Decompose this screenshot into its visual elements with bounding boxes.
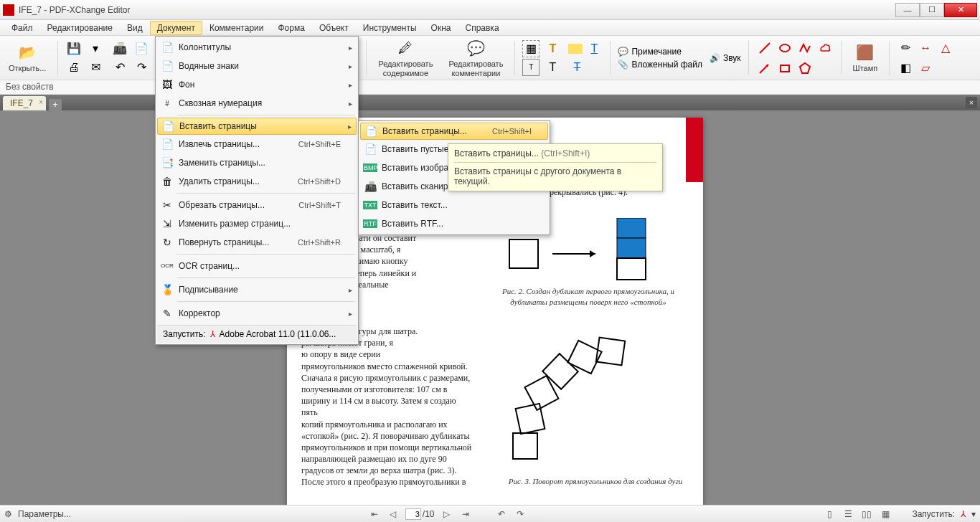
chevron-right-icon: ▸ xyxy=(348,123,352,130)
submenu-insert-pages[interactable]: 📄Вставить страницы...Ctrl+Shift+I xyxy=(360,123,548,140)
acrobat-icon[interactable]: ⅄ xyxy=(961,509,966,519)
mail-button[interactable]: ✉ xyxy=(87,59,104,76)
print-button[interactable]: 🖨 xyxy=(65,59,83,76)
eraser-icon[interactable]: ◧ xyxy=(897,60,914,77)
underline-icon[interactable]: T xyxy=(585,40,603,57)
window-title: IFE_7 - PDF-XChange Editor xyxy=(19,5,130,15)
scanner-icon: 📠 xyxy=(363,181,377,192)
submenu-insert-rtf[interactable]: RTFВставить RTF... xyxy=(360,214,548,233)
edit-comments-button[interactable]: 💬 Редактировать комментарии xyxy=(444,37,507,78)
view-facing-icon[interactable]: ▯▯ xyxy=(860,508,873,521)
arrow-shape-icon[interactable] xyxy=(756,60,773,77)
polygon-shape-icon[interactable] xyxy=(796,60,814,77)
measure-perim-icon[interactable]: △ xyxy=(937,39,954,57)
menu-help[interactable]: Справка xyxy=(458,21,506,35)
launch-acrobat[interactable]: Adobe Acrobat 11.0 (11.0.06... xyxy=(220,329,336,339)
note-button[interactable]: 💬 Примечание xyxy=(618,47,702,57)
doc-button[interactable]: 📄 xyxy=(133,40,150,57)
menu-comments[interactable]: Комментарии xyxy=(202,21,271,35)
open-button[interactable]: 📂 Открыть... xyxy=(4,41,50,74)
sound-button[interactable]: 🔊 Звук xyxy=(710,53,741,63)
page-icon: 📄 xyxy=(160,60,174,72)
nav-fwd-button[interactable]: ↷ xyxy=(514,508,527,521)
view-facing-cont-icon[interactable]: ▦ xyxy=(879,508,892,521)
text-tool-icon[interactable]: T xyxy=(544,59,561,76)
new-tab-button[interactable]: + xyxy=(49,99,62,110)
svg-rect-11 xyxy=(617,258,646,280)
polyline-shape-icon[interactable] xyxy=(796,39,814,57)
menu-insert-pages[interactable]: 📄Вставить страницы▸ xyxy=(157,118,357,135)
redo-button[interactable]: ↷ xyxy=(133,59,150,76)
menu-file[interactable]: Файл xyxy=(4,21,40,35)
highlight-icon[interactable] xyxy=(568,44,583,54)
options-button[interactable]: Параметры... xyxy=(18,509,71,519)
chevron-right-icon: ▸ xyxy=(349,62,352,70)
menu-delete-pages[interactable]: 🗑Удалить страницы...Ctrl+Shift+D xyxy=(157,172,357,191)
circle-shape-icon[interactable] xyxy=(776,39,793,57)
strike-icon[interactable]: T xyxy=(568,59,585,76)
chevron-right-icon: ▸ xyxy=(349,100,352,108)
close-button[interactable]: ✕ xyxy=(944,3,977,17)
attach-button[interactable]: 📎 Вложенный файл xyxy=(618,60,702,70)
scan-button[interactable]: 📠 xyxy=(111,40,128,57)
document-tab[interactable]: IFE_7 × xyxy=(3,96,46,110)
menu-rotate-pages[interactable]: ↻Повернуть страницы...Ctrl+Shift+R xyxy=(157,233,357,252)
svg-line-0 xyxy=(760,43,770,53)
menu-extract-pages[interactable]: 📄Извлечь страницы...Ctrl+Shift+E xyxy=(157,135,357,153)
rect-shape-icon[interactable] xyxy=(776,60,793,77)
line-shape-icon[interactable] xyxy=(756,39,773,57)
menu-ocr-pages[interactable]: OCROCR страниц... xyxy=(157,257,357,275)
first-page-button[interactable]: ⇤ xyxy=(368,508,381,521)
pencil-icon[interactable]: ✏ xyxy=(897,39,914,57)
svg-rect-15 xyxy=(542,353,578,389)
measure-line-icon[interactable]: ↔ xyxy=(917,39,934,57)
menu-tools[interactable]: Инструменты xyxy=(356,21,424,35)
close-all-tabs-icon[interactable]: × xyxy=(966,97,977,108)
resize-icon: ⇲ xyxy=(160,218,174,229)
view-continuous-icon[interactable]: ☰ xyxy=(842,508,854,521)
prev-page-button[interactable]: ◁ xyxy=(387,508,400,521)
menu-document[interactable]: Документ xyxy=(150,21,202,35)
submenu-insert-text[interactable]: TXTВставить текст... xyxy=(360,196,548,214)
edit-comments-icon: 💬 xyxy=(466,38,486,58)
save-dropdown-icon[interactable]: ▾ xyxy=(87,40,104,57)
svg-rect-4 xyxy=(781,65,789,72)
menu-edit[interactable]: Редактирование xyxy=(40,21,120,35)
gear-icon[interactable]: ⚙ xyxy=(4,509,12,519)
text-box-icon[interactable]: T xyxy=(522,59,540,76)
tab-close-icon[interactable]: × xyxy=(39,98,43,106)
next-page-button[interactable]: ▷ xyxy=(440,508,453,521)
page-input[interactable] xyxy=(405,508,421,520)
edit-content-icon: 🖉 xyxy=(395,38,415,58)
image-icon: 🖼 xyxy=(160,79,174,90)
menu-watermarks[interactable]: 📄Водяные знаки▸ xyxy=(157,57,357,75)
menu-resize-pages[interactable]: ⇲Изменить размер страниц... xyxy=(157,214,357,233)
text-tool-t-icon[interactable]: T xyxy=(544,40,561,57)
maximize-button[interactable]: ☐ xyxy=(920,3,944,17)
svg-point-1 xyxy=(780,44,790,52)
menu-headers-footers[interactable]: 📄Колонтитулы▸ xyxy=(157,38,357,57)
menu-windows[interactable]: Окна xyxy=(424,21,458,35)
last-page-button[interactable]: ⇥ xyxy=(459,508,472,521)
menu-bates-numbering[interactable]: #Сквозная нумерация▸ xyxy=(157,94,357,113)
save-button[interactable]: 💾 xyxy=(65,40,83,57)
minimize-button[interactable]: — xyxy=(895,3,920,17)
measure-area-icon[interactable]: ▱ xyxy=(917,60,934,77)
menu-background[interactable]: 🖼Фон▸ xyxy=(157,75,357,94)
stamp-button[interactable]: 🟫 Штамп xyxy=(849,41,882,74)
menu-object[interactable]: Объект xyxy=(312,21,356,35)
menu-form[interactable]: Форма xyxy=(270,21,311,35)
menu-crop-pages[interactable]: ✂Обрезать страницы...Ctrl+Shift+T xyxy=(157,196,357,214)
edit-content-button[interactable]: 🖉 Редактировать содержимое xyxy=(374,37,437,78)
cloud-shape-icon[interactable] xyxy=(816,39,834,57)
menu-view[interactable]: Вид xyxy=(120,21,150,35)
menu-signing[interactable]: 🏅Подписывание▸ xyxy=(157,280,357,299)
select-text-icon[interactable]: ▦ xyxy=(522,40,540,57)
undo-button[interactable]: ↶ xyxy=(111,59,128,76)
menu-corrector[interactable]: ✎Корректор▸ xyxy=(157,304,357,323)
chevron-down-icon[interactable]: ▾ xyxy=(971,509,976,519)
menu-replace-pages[interactable]: 📑Заменить страницы... xyxy=(157,153,357,172)
nav-back-button[interactable]: ↶ xyxy=(495,508,508,521)
view-single-icon[interactable]: ▯ xyxy=(823,508,836,521)
tooltip-title: Вставить страницы... xyxy=(454,148,539,158)
